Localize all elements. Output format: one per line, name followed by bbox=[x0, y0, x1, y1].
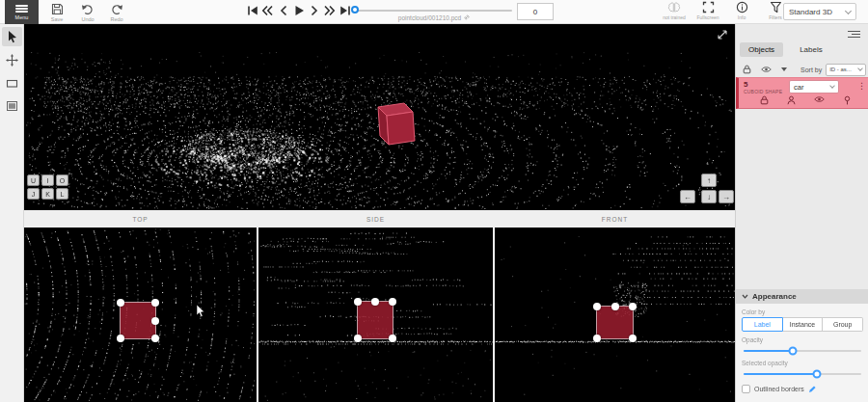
not-trained-label: not trained bbox=[663, 14, 686, 20]
key-l[interactable]: L bbox=[56, 188, 68, 200]
top-toolbar: Menu Save Undo Redo pointcloud/001210 bbox=[0, 0, 868, 24]
rewind-button[interactable] bbox=[261, 4, 274, 17]
selected-opacity-slider-handle[interactable] bbox=[812, 370, 821, 379]
resize-handle[interactable] bbox=[354, 335, 362, 342]
info-label: Info bbox=[738, 14, 746, 20]
object-menu-icon[interactable]: ⋮ bbox=[857, 80, 866, 93]
color-by-label-button[interactable]: Label bbox=[742, 317, 783, 332]
appearance-title: Appearance bbox=[752, 292, 797, 301]
resize-handle[interactable] bbox=[593, 335, 601, 342]
edit-pencil-icon[interactable] bbox=[808, 385, 817, 393]
arrow-left-key[interactable]: ← bbox=[680, 190, 695, 203]
menu-label: Menu bbox=[15, 14, 29, 20]
appearance-panel: Appearance Color by Label Instance Group… bbox=[736, 289, 868, 402]
move-icon bbox=[6, 54, 18, 67]
selected-cuboid-top[interactable] bbox=[120, 302, 156, 339]
key-o[interactable]: O bbox=[56, 174, 68, 186]
filename-text: pointcloud/001210.pcd bbox=[398, 14, 461, 21]
selected-cuboid-side[interactable] bbox=[357, 301, 393, 339]
resize-handle[interactable] bbox=[629, 303, 637, 310]
expand-view-icon[interactable] bbox=[717, 29, 728, 40]
resize-handle[interactable] bbox=[389, 298, 396, 306]
selected-opacity-slider[interactable] bbox=[744, 369, 861, 378]
cuboid-icon bbox=[6, 77, 18, 90]
info-button[interactable]: Info bbox=[729, 1, 754, 20]
object-card-car[interactable]: 5 CUBOID SHAPE car ⋮ bbox=[736, 77, 868, 109]
frame-slider-handle[interactable] bbox=[351, 6, 359, 13]
color-by-group-button[interactable]: Group bbox=[823, 317, 863, 332]
context-image-tool-button[interactable] bbox=[2, 96, 22, 116]
color-by-label: Color by bbox=[742, 308, 863, 315]
resize-handle[interactable] bbox=[117, 335, 124, 342]
object-class-select[interactable]: car bbox=[789, 80, 839, 94]
lock-object-icon[interactable] bbox=[760, 95, 769, 105]
chevron-down-icon bbox=[857, 66, 863, 71]
step-back-button[interactable] bbox=[277, 4, 289, 17]
menu-button[interactable]: Menu bbox=[5, 0, 39, 24]
fullscreen-icon bbox=[702, 1, 715, 13]
author-icon[interactable] bbox=[787, 95, 796, 105]
selected-cuboid-front[interactable] bbox=[596, 306, 634, 339]
resize-handle[interactable] bbox=[389, 335, 396, 342]
arrow-right-key[interactable]: → bbox=[719, 190, 734, 203]
cuboid-tool-button[interactable] bbox=[2, 73, 22, 93]
select-tool-button[interactable] bbox=[2, 27, 22, 46]
tab-labels[interactable]: Labels bbox=[791, 42, 831, 57]
resize-handle[interactable] bbox=[629, 335, 637, 342]
appearance-header[interactable]: Appearance bbox=[736, 289, 868, 304]
opacity-slider-handle[interactable] bbox=[789, 347, 798, 356]
ai-model-button[interactable]: not trained bbox=[662, 1, 687, 20]
pan-tool-button[interactable] bbox=[2, 50, 22, 69]
link-icon[interactable] bbox=[463, 14, 470, 21]
play-button[interactable] bbox=[292, 4, 305, 17]
resize-handle[interactable] bbox=[151, 299, 159, 307]
chevron-down-icon bbox=[845, 7, 852, 13]
rotate-handle[interactable] bbox=[611, 303, 619, 310]
rotate-handle[interactable] bbox=[151, 317, 159, 325]
arrow-up-key[interactable]: ↑ bbox=[701, 174, 717, 187]
resize-handle[interactable] bbox=[117, 299, 124, 307]
skip-first-button[interactable] bbox=[246, 4, 258, 17]
selected-cuboid-3d[interactable] bbox=[374, 100, 424, 150]
key-k[interactable]: K bbox=[41, 188, 54, 200]
key-j[interactable]: J bbox=[27, 188, 40, 200]
undo-button[interactable]: Undo bbox=[73, 1, 102, 24]
resize-handle[interactable] bbox=[593, 303, 601, 310]
frame-number-input[interactable] bbox=[517, 3, 554, 20]
fast-forward-button[interactable] bbox=[323, 4, 336, 17]
key-u[interactable]: U bbox=[27, 174, 40, 186]
selected-opacity-slider-fill bbox=[744, 373, 817, 375]
frame-slider[interactable] bbox=[355, 10, 512, 12]
object-class-value: car bbox=[794, 83, 803, 92]
outlined-borders-checkbox[interactable] bbox=[742, 385, 750, 393]
undo-label: Undo bbox=[81, 16, 94, 22]
visibility-all-icon[interactable] bbox=[761, 66, 772, 73]
sort-by-label: Sort by bbox=[800, 67, 822, 73]
step-forward-button[interactable] bbox=[308, 4, 320, 17]
rotate-handle[interactable] bbox=[371, 298, 379, 306]
resize-handle[interactable] bbox=[151, 335, 159, 342]
rotate-key-hints: U I O J K L bbox=[27, 174, 68, 200]
resize-handle[interactable] bbox=[354, 298, 362, 306]
panel-layout-icon[interactable] bbox=[848, 29, 860, 40]
redo-button[interactable]: Redo bbox=[102, 1, 131, 24]
top-view-panel[interactable] bbox=[24, 228, 257, 402]
main-3d-view[interactable]: U I O J K L ↑ ← ↓ → bbox=[24, 24, 735, 210]
front-view-panel[interactable] bbox=[495, 228, 735, 402]
fullscreen-button[interactable]: Fullscreen bbox=[695, 1, 720, 20]
expand-all-caret-icon[interactable] bbox=[781, 67, 787, 71]
visibility-object-icon[interactable] bbox=[814, 95, 825, 103]
color-by-instance-button[interactable]: Instance bbox=[783, 317, 824, 332]
lock-all-icon[interactable] bbox=[743, 65, 751, 74]
opacity-slider[interactable] bbox=[744, 346, 861, 355]
arrow-down-key[interactable]: ↓ bbox=[701, 190, 717, 203]
cursor-icon bbox=[6, 30, 18, 43]
key-i[interactable]: I bbox=[41, 174, 54, 186]
image-icon bbox=[6, 100, 18, 112]
tab-objects[interactable]: Objects bbox=[740, 42, 783, 57]
side-view-panel[interactable] bbox=[258, 228, 493, 402]
sort-select[interactable]: ID - as... bbox=[826, 64, 866, 76]
layout-select[interactable]: Standard 3D bbox=[783, 3, 856, 20]
save-button[interactable]: Save bbox=[42, 1, 71, 24]
pin-object-icon[interactable] bbox=[843, 95, 852, 105]
